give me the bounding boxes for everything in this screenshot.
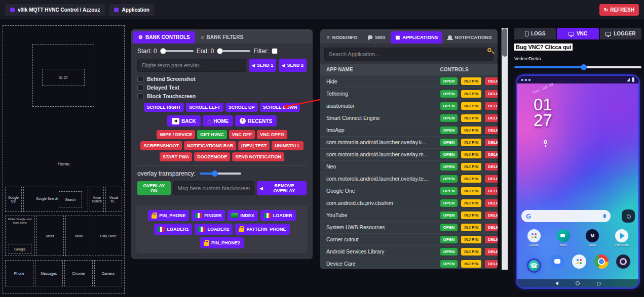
- loader-button[interactable]: INDEX: [228, 210, 258, 221]
- wf-google-folder[interactable]: folder: Google, 4 or more items Google: [5, 216, 35, 256]
- open-button[interactable]: OPEN: [440, 102, 458, 110]
- tab-bank-filters[interactable]: BANK FILTERS: [196, 31, 248, 44]
- scroll-button[interactable]: SCROLL RIGHT: [144, 103, 184, 112]
- open-button[interactable]: OPEN: [440, 211, 458, 219]
- inj-pin-button[interactable]: INJ PIN: [461, 151, 481, 158]
- wf-dock-cell[interactable]: Camera: [94, 260, 123, 286]
- wf-status-widget-box[interactable]: 01 27: [32, 44, 94, 107]
- loader-button[interactable]: PIN_PHONE2: [200, 237, 244, 248]
- inj-pin-button[interactable]: INJ PIN: [461, 77, 481, 85]
- wf-app-cell[interactable]: Play Store: [95, 216, 123, 256]
- checkbox[interactable]: [137, 84, 143, 91]
- tab-sms[interactable]: SMS: [363, 31, 390, 44]
- wf-folder-app-google[interactable]: Google: [9, 244, 31, 254]
- tab-logger[interactable]: LOGGER: [600, 28, 641, 39]
- vnc-phone-screen[interactable]: THU, JUL 28 01 27 G Google: [516, 74, 640, 289]
- delete-button[interactable]: DELETE: [485, 211, 498, 219]
- tab-nodeinfo[interactable]: NODEINFO: [322, 31, 362, 44]
- overlay-message-input[interactable]: [173, 181, 254, 195]
- send2-button[interactable]: SEND 2: [279, 59, 307, 72]
- delete-button[interactable]: DELETE: [485, 236, 498, 243]
- open-button[interactable]: OPEN: [440, 163, 458, 171]
- wf-app-cell[interactable]: Meet: [36, 216, 64, 256]
- wf-search[interactable]: Search: [59, 191, 82, 207]
- search-icon[interactable]: [487, 48, 491, 52]
- action-button[interactable]: WIPE / DEVICE: [157, 130, 195, 139]
- inj-pin-button[interactable]: INJ PIN: [461, 139, 481, 146]
- scroll-button[interactable]: SCROLL UP: [225, 103, 258, 112]
- delete-button[interactable]: DELETE: [485, 187, 498, 195]
- open-button[interactable]: OPEN: [440, 260, 458, 268]
- scroll-button[interactable]: SCROLL LEFT: [186, 103, 223, 112]
- nav-button[interactable]: RECENTS: [235, 115, 277, 126]
- loader-button[interactable]: FINGER: [192, 210, 225, 221]
- wf-visual-search[interactable]: Visual se...: [105, 187, 122, 212]
- loader-button[interactable]: LOADER2: [195, 224, 233, 235]
- refresh-button[interactable]: REFRESH: [599, 4, 639, 16]
- home-app[interactable]: Moto: [581, 229, 604, 246]
- mic-icon[interactable]: [603, 214, 606, 218]
- delete-button[interactable]: DELETE: [485, 151, 498, 158]
- delete-button[interactable]: DELETE: [485, 175, 498, 183]
- wf-clock-box[interactable]: 01 27: [42, 69, 85, 86]
- loader-button[interactable]: LOADER1: [154, 224, 192, 235]
- app-icon[interactable]: [615, 229, 628, 242]
- wf-dock-cell[interactable]: Messages: [35, 260, 63, 286]
- wf-dock-cell[interactable]: Chrome: [64, 260, 93, 286]
- app-search-input[interactable]: [324, 48, 494, 61]
- tab-vnc[interactable]: VNC: [557, 28, 598, 39]
- inj-pin-button[interactable]: INJ PIN: [461, 224, 481, 231]
- delete-button[interactable]: DELETE: [485, 102, 498, 110]
- open-button[interactable]: OPEN: [440, 77, 458, 85]
- action-button[interactable]: START PWA: [160, 152, 192, 161]
- checkbox[interactable]: [137, 93, 143, 99]
- open-button[interactable]: OPEN: [440, 151, 458, 158]
- action-button[interactable]: DOOZEMODE: [194, 152, 230, 161]
- open-button[interactable]: OPEN: [440, 90, 458, 98]
- wf-voice-search[interactable]: Voice search: [90, 187, 104, 212]
- google-folder-icon[interactable]: [572, 254, 586, 269]
- remove-overlay-button[interactable]: REMOVE OVERLAY: [257, 181, 307, 195]
- delete-button[interactable]: DELETE: [485, 248, 498, 256]
- app-icon[interactable]: [557, 229, 570, 242]
- nav-button[interactable]: BACK: [167, 115, 201, 126]
- open-button[interactable]: OPEN: [440, 114, 458, 122]
- action-button[interactable]: SEND NOTIFICATION: [232, 152, 284, 161]
- inj-pin-button[interactable]: INJ PIN: [461, 187, 481, 195]
- home-app[interactable]: Google: [522, 229, 546, 246]
- inj-pin-button[interactable]: INJ PIN: [461, 199, 481, 207]
- scroll-button[interactable]: SCROLL DOWN: [260, 103, 300, 112]
- open-button[interactable]: OPEN: [440, 139, 458, 146]
- open-button[interactable]: OPEN: [440, 199, 458, 207]
- chrome-app-icon[interactable]: [594, 254, 609, 269]
- loader-button[interactable]: LOADER: [260, 210, 296, 221]
- action-button[interactable]: SCREENSHOOT: [140, 141, 182, 150]
- inj-pin-button[interactable]: INJ PIN: [461, 236, 481, 243]
- action-button[interactable]: UNINSTALL: [272, 141, 303, 150]
- loader-button[interactable]: PIN_PHONE: [148, 210, 189, 221]
- brand-button[interactable]: v0lk MQTT HVNC Control / Azzouz: [5, 4, 105, 16]
- overlay-transparency-slider[interactable]: [200, 173, 241, 175]
- delete-button[interactable]: DELETE: [485, 114, 498, 122]
- send1-button[interactable]: SEND 1: [249, 59, 277, 72]
- inj-pin-button[interactable]: INJ PIN: [461, 248, 481, 256]
- inj-pin-button[interactable]: INJ PIN: [461, 102, 481, 110]
- send-text-input[interactable]: [137, 59, 246, 72]
- open-button[interactable]: OPEN: [440, 187, 458, 195]
- recents-nav-icon[interactable]: [597, 282, 600, 285]
- nav-button[interactable]: HOME: [203, 115, 233, 126]
- home-app[interactable]: Meet: [552, 229, 575, 246]
- wf-google-app[interactable]: Google app: [5, 187, 22, 212]
- clock-widget[interactable]: 01 27: [534, 97, 552, 129]
- delete-button[interactable]: DELETE: [485, 126, 498, 134]
- phone-app-icon[interactable]: [527, 259, 541, 273]
- tab-notifications[interactable]: NOTIFICATIONS: [443, 31, 496, 44]
- apps-scrollbar-thumb[interactable]: [502, 28, 507, 57]
- bug-vnc-link[interactable]: Bug VNC? Clicca qui: [514, 44, 573, 51]
- action-button[interactable]: VNC OFF: [229, 130, 255, 139]
- home-widget[interactable]: [622, 209, 635, 223]
- open-button[interactable]: OPEN: [440, 236, 458, 243]
- back-nav-icon[interactable]: [555, 281, 558, 285]
- open-button[interactable]: OPEN: [440, 126, 458, 134]
- filter-checkbox[interactable]: [272, 48, 278, 54]
